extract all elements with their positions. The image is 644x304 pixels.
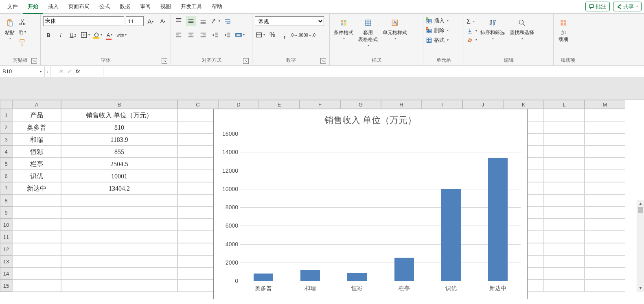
number-dialog-launcher[interactable]: ↘ [320, 58, 326, 64]
align-right-icon[interactable] [198, 30, 208, 40]
row-header-12[interactable]: 12 [0, 243, 12, 255]
col-header-K[interactable]: K [503, 100, 544, 109]
cell-L1[interactable] [544, 109, 585, 121]
phonetic-button[interactable]: wén [116, 30, 127, 40]
wrap-text-icon[interactable] [222, 16, 233, 26]
row-header-13[interactable]: 13 [0, 255, 12, 267]
cell-A12[interactable] [12, 243, 61, 255]
number-format-combo[interactable]: 常规 [255, 16, 324, 26]
cell-L9[interactable] [544, 206, 585, 219]
insert-cells-button[interactable]: 插入 [426, 17, 449, 24]
cell-B15[interactable] [61, 280, 177, 292]
cell-L4[interactable] [544, 145, 585, 158]
menu-tab-8[interactable]: 开发工具 [176, 0, 207, 13]
cell-M8[interactable] [585, 194, 625, 206]
underline-button[interactable]: U [68, 30, 78, 40]
enter-formula-icon[interactable]: ✓ [67, 68, 72, 74]
cell-C4[interactable] [177, 145, 218, 158]
cell-B14[interactable] [61, 267, 177, 280]
col-header-J[interactable]: J [462, 100, 503, 109]
cut-icon[interactable] [19, 18, 26, 25]
cell-A2[interactable]: 奥多普 [12, 121, 61, 133]
cell-B5[interactable]: 2504.5 [61, 158, 177, 170]
cell-M3[interactable] [585, 133, 625, 145]
cell-C8[interactable] [177, 194, 218, 206]
fill-icon[interactable] [467, 28, 477, 34]
cell-B4[interactable]: 855 [61, 145, 177, 158]
cell-C6[interactable] [177, 170, 218, 182]
formula-input[interactable] [103, 66, 644, 77]
menu-tab-3[interactable]: 页面布局 [64, 0, 94, 13]
decrease-decimal-icon[interactable]: .00→.0 [304, 30, 314, 40]
find-select-button[interactable]: 查找和选择 [508, 16, 536, 41]
cell-C9[interactable] [177, 206, 218, 219]
paste-button[interactable]: 粘贴 [2, 16, 17, 41]
cell-L3[interactable] [544, 133, 585, 145]
italic-button[interactable]: I [55, 30, 66, 40]
row-header-14[interactable]: 14 [0, 267, 12, 280]
cell-B8[interactable] [61, 194, 177, 206]
cell-L2[interactable] [544, 121, 585, 133]
increase-decimal-icon[interactable]: .0→.00 [291, 30, 302, 40]
font-size-combo[interactable] [126, 16, 144, 26]
cell-C5[interactable] [177, 158, 218, 170]
bold-button[interactable]: B [43, 30, 54, 40]
select-all-corner[interactable] [0, 100, 12, 109]
delete-cells-button[interactable]: 删除 [426, 27, 449, 34]
font-dialog-launcher[interactable]: ↘ [162, 58, 167, 64]
vertical-scrollbar[interactable]: ▲ ▼ [637, 200, 644, 292]
cell-C10[interactable] [177, 219, 218, 231]
row-header-15[interactable]: 15 [0, 280, 12, 292]
clipboard-dialog-launcher[interactable]: ↘ [31, 58, 37, 64]
cell-L11[interactable] [544, 231, 585, 243]
menu-tab-9[interactable]: 帮助 [207, 0, 227, 13]
autosum-icon[interactable]: Σ [467, 18, 477, 25]
cell-A4[interactable]: 恒彩 [12, 145, 61, 158]
cell-B12[interactable] [61, 243, 177, 255]
cell-A14[interactable] [12, 267, 61, 280]
align-center-icon[interactable] [186, 30, 196, 40]
cancel-formula-icon[interactable]: ✕ [59, 68, 63, 74]
cell-A15[interactable] [12, 280, 61, 292]
cell-L6[interactable] [544, 170, 585, 182]
menu-tab-0[interactable]: 文件 [2, 0, 23, 13]
col-header-G[interactable]: G [340, 100, 381, 109]
scroll-up-icon[interactable]: ▲ [637, 200, 644, 207]
percent-icon[interactable]: % [267, 30, 278, 40]
row-header-1[interactable]: 1 [0, 109, 12, 121]
font-color-button[interactable]: A [104, 30, 115, 40]
row-header-4[interactable]: 4 [0, 145, 12, 158]
cell-C3[interactable] [177, 133, 218, 145]
cell-B1[interactable]: 销售收入 单位（万元） [61, 109, 177, 121]
orientation-icon[interactable] [210, 16, 221, 26]
row-header-6[interactable]: 6 [0, 170, 12, 182]
cell-L12[interactable] [544, 243, 585, 255]
align-top-icon[interactable] [173, 16, 184, 26]
clear-icon[interactable] [467, 37, 477, 43]
cell-A3[interactable]: 和瑞 [12, 133, 61, 145]
name-box[interactable]: B10▾ [0, 66, 45, 77]
align-middle-icon[interactable] [186, 16, 196, 26]
cell-B11[interactable] [61, 231, 177, 243]
borders-button[interactable] [80, 30, 90, 40]
fill-color-button[interactable] [92, 30, 103, 40]
col-header-H[interactable]: H [381, 100, 422, 109]
row-header-3[interactable]: 3 [0, 133, 12, 145]
cell-M13[interactable] [585, 255, 625, 267]
decrease-indent-icon[interactable] [210, 30, 221, 40]
cell-B2[interactable]: 810 [61, 121, 177, 133]
cell-L7[interactable] [544, 182, 585, 194]
cell-M1[interactable] [585, 109, 625, 121]
cell-C11[interactable] [177, 231, 218, 243]
chart-bar[interactable] [300, 270, 320, 281]
cell-M7[interactable] [585, 182, 625, 194]
col-header-M[interactable]: M [585, 100, 625, 109]
col-header-B[interactable]: B [61, 100, 177, 109]
namebox-resize[interactable]: ⋮ [45, 66, 50, 77]
cell-B13[interactable] [61, 255, 177, 267]
col-header-L[interactable]: L [544, 100, 585, 109]
cell-C14[interactable] [177, 267, 218, 280]
cell-M2[interactable] [585, 121, 625, 133]
align-bottom-icon[interactable] [198, 16, 208, 26]
col-header-D[interactable]: D [218, 100, 259, 109]
